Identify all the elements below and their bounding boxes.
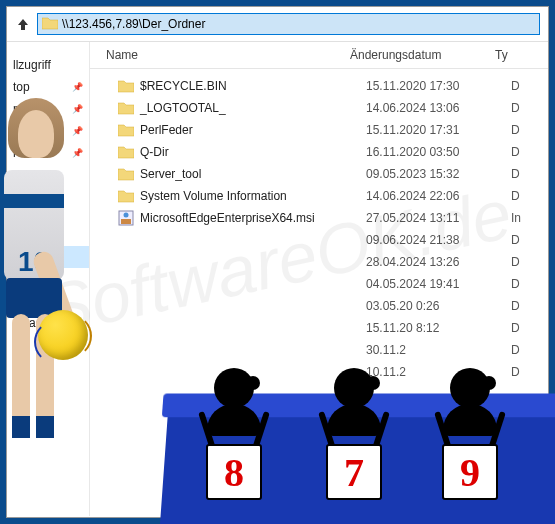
file-name-cell: PerlFeder bbox=[118, 123, 366, 137]
file-type-text: D bbox=[511, 277, 520, 291]
explorer-content: llzugrifftop📌nloads📌mente📌r📌cBener1Objek… bbox=[7, 42, 548, 516]
file-name-text: Server_tool bbox=[140, 167, 201, 181]
file-date-text: 15.11.2020 17:31 bbox=[366, 123, 511, 137]
pin-icon: 📌 bbox=[72, 148, 83, 158]
sidebar-item-label: r bbox=[13, 228, 17, 242]
sidebar-item-label: r bbox=[13, 146, 17, 160]
file-date-text: 28.04.2024 13:26 bbox=[366, 255, 511, 269]
file-date-text: 15.11.20 8:12 bbox=[366, 321, 511, 335]
file-type-text: D bbox=[511, 321, 520, 335]
file-row[interactable]: 15.11.20 8:12D bbox=[90, 317, 548, 339]
svg-point-2 bbox=[124, 213, 129, 218]
sidebar-item[interactable]: nloads📌 bbox=[7, 98, 89, 120]
sidebar-item[interactable]: llzugriff bbox=[7, 54, 89, 76]
sidebar-item[interactable] bbox=[7, 186, 89, 194]
sidebar-item-label: top bbox=[13, 80, 30, 94]
file-type-text: D bbox=[511, 365, 520, 379]
folder-icon bbox=[118, 189, 134, 203]
sidebar-item[interactable] bbox=[7, 194, 89, 202]
sidebar-item[interactable]: mente📌 bbox=[7, 120, 89, 142]
sidebar-item-label: A (66.1 bbox=[13, 250, 51, 264]
folder-icon bbox=[42, 16, 58, 32]
file-row[interactable]: 30.11.2D bbox=[90, 339, 548, 361]
file-type-text: D bbox=[511, 123, 520, 137]
file-type-text: D bbox=[511, 299, 520, 313]
file-name-text: _LOGTOOTAL_ bbox=[140, 101, 226, 115]
pin-icon: 📌 bbox=[72, 126, 83, 136]
file-date-text: 04.05.2024 19:41 bbox=[366, 277, 511, 291]
file-row[interactable]: 10.11.2D bbox=[90, 361, 548, 383]
file-row[interactable]: 09.06.2024 21:38D bbox=[90, 229, 548, 251]
file-type-text: D bbox=[511, 189, 520, 203]
file-date-text: 09.05.2023 15:32 bbox=[366, 167, 511, 181]
sidebar-item[interactable]: top📌 bbox=[7, 76, 89, 98]
file-row[interactable]: $RECYCLE.BIN15.11.2020 17:30D bbox=[90, 75, 548, 97]
file-date-text: 14.06.2024 22:06 bbox=[366, 189, 511, 203]
file-row[interactable]: Q-Dir16.11.2020 03:50D bbox=[90, 141, 548, 163]
file-row[interactable]: 04.05.2024 19:41D bbox=[90, 273, 548, 295]
address-field[interactable]: \\123.456,7.89\Der_Ordner bbox=[37, 13, 540, 35]
file-type-text: D bbox=[511, 79, 520, 93]
file-name-cell: Server_tool bbox=[118, 167, 366, 181]
sidebar-item[interactable]: top bbox=[7, 268, 89, 290]
file-name-cell: _LOGTOOTAL_ bbox=[118, 101, 366, 115]
file-row[interactable]: _LOGTOOTAL_14.06.2024 13:06D bbox=[90, 97, 548, 119]
sidebar-item-label: Objekte bbox=[13, 206, 54, 220]
file-name-cell: MicrosoftEdgeEnterpriseX64.msi bbox=[118, 210, 366, 226]
file-date-text: 03.05.20 0:26 bbox=[366, 299, 511, 313]
file-date-text: 15.11.2020 17:30 bbox=[366, 79, 511, 93]
sidebar-item[interactable]: Objekte bbox=[7, 202, 89, 224]
sidebar-item-label: nloads bbox=[13, 102, 48, 116]
explorer-pane: \\123.456,7.89\Der_Ordner llzugrifftop📌n… bbox=[6, 6, 549, 518]
up-arrow-icon[interactable] bbox=[15, 16, 31, 32]
file-name-cell: Q-Dir bbox=[118, 145, 366, 159]
column-modified[interactable]: Änderungsdatum bbox=[350, 48, 495, 62]
file-type-text: D bbox=[511, 233, 520, 247]
file-rows: $RECYCLE.BIN15.11.2020 17:30D_LOGTOOTAL_… bbox=[90, 69, 548, 383]
file-date-text: 16.11.2020 03:50 bbox=[366, 145, 511, 159]
folder-icon bbox=[118, 101, 134, 115]
sidebar-item[interactable]: r bbox=[7, 224, 89, 246]
file-row[interactable]: MicrosoftEdgeEnterpriseX64.msi27.05.2024… bbox=[90, 207, 548, 229]
sidebar-item-label: mente bbox=[13, 124, 46, 138]
file-date-text: 09.06.2024 21:38 bbox=[366, 233, 511, 247]
file-name-cell: $RECYCLE.BIN bbox=[118, 79, 366, 93]
folder-icon bbox=[118, 167, 134, 181]
sidebar-item[interactable]: cBener1 bbox=[7, 164, 89, 186]
installer-icon bbox=[118, 210, 134, 226]
file-date-text: 30.11.2 bbox=[366, 343, 511, 357]
file-name-cell: System Volume Information bbox=[118, 189, 366, 203]
navigation-sidebar: llzugrifftop📌nloads📌mente📌r📌cBener1Objek… bbox=[7, 42, 90, 516]
explorer-window: \\123.456,7.89\Der_Ordner llzugrifftop📌n… bbox=[0, 0, 555, 524]
column-type[interactable]: Ty bbox=[495, 48, 508, 62]
svg-rect-1 bbox=[121, 219, 131, 224]
file-row[interactable]: 28.04.2024 13:26D bbox=[90, 251, 548, 273]
folder-icon bbox=[118, 79, 134, 93]
address-bar: \\123.456,7.89\Der_Ordner bbox=[7, 7, 548, 42]
sidebar-item[interactable]: A (66.1 bbox=[7, 246, 89, 268]
file-date-text: 14.06.2024 13:06 bbox=[366, 101, 511, 115]
file-row[interactable]: 03.05.20 0:26D bbox=[90, 295, 548, 317]
sidebar-item-label: umente bbox=[13, 294, 53, 308]
pin-icon: 📌 bbox=[72, 82, 83, 92]
file-row[interactable]: PerlFeder15.11.2020 17:31D bbox=[90, 119, 548, 141]
file-type-text: D bbox=[511, 145, 520, 159]
column-headers: Name Änderungsdatum Ty bbox=[90, 42, 548, 69]
sidebar-item[interactable]: r📌 bbox=[7, 142, 89, 164]
folder-icon bbox=[118, 123, 134, 137]
file-type-text: D bbox=[511, 343, 520, 357]
file-name-text: $RECYCLE.BIN bbox=[140, 79, 227, 93]
sidebar-item[interactable]: nloads bbox=[7, 312, 89, 334]
file-row[interactable]: System Volume Information14.06.2024 22:0… bbox=[90, 185, 548, 207]
sidebar-item-label: top bbox=[13, 272, 30, 286]
file-name-text: PerlFeder bbox=[140, 123, 193, 137]
file-name-text: Q-Dir bbox=[140, 145, 169, 159]
file-type-text: D bbox=[511, 255, 520, 269]
pin-icon: 📌 bbox=[72, 104, 83, 114]
file-row[interactable]: Server_tool09.05.2023 15:32D bbox=[90, 163, 548, 185]
sidebar-item-label: llzugriff bbox=[13, 58, 51, 72]
sidebar-item-label: cBener1 bbox=[13, 168, 58, 182]
column-name[interactable]: Name bbox=[90, 48, 350, 62]
sidebar-item[interactable]: umente bbox=[7, 290, 89, 312]
address-path-text: \\123.456,7.89\Der_Ordner bbox=[62, 17, 535, 31]
